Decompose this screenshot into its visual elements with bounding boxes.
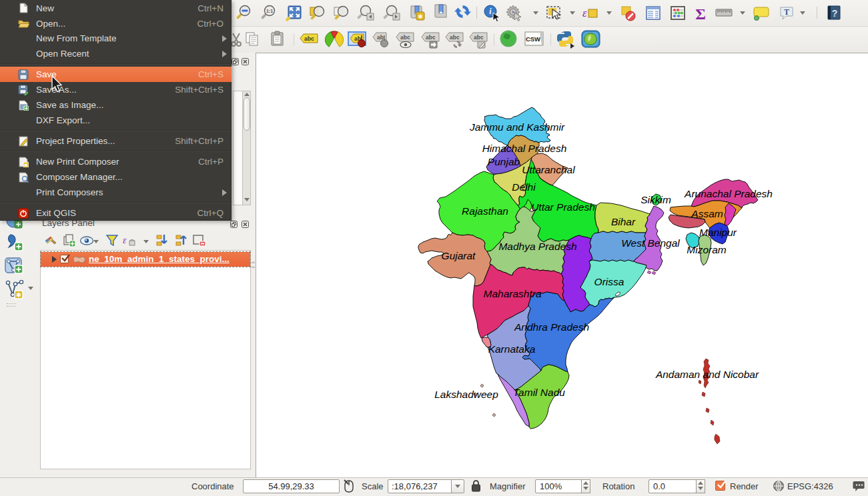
svg-text:Assam: Assam xyxy=(691,208,723,219)
svg-text:Himachal Pradesh: Himachal Pradesh xyxy=(482,143,567,154)
svg-text:ε: ε xyxy=(123,235,127,245)
svg-text:Delhi: Delhi xyxy=(512,181,536,193)
svg-text:Gujarat: Gujarat xyxy=(442,250,476,261)
svg-text:Andaman and Nicobar: Andaman and Nicobar xyxy=(655,369,759,380)
svg-text:Jammu and Kashmir: Jammu and Kashmir xyxy=(469,121,565,133)
svg-text:West Bengal: West Bengal xyxy=(621,237,680,249)
svg-text:Andhra Pradesh: Andhra Pradesh xyxy=(514,321,589,333)
svg-text:Rajasthan: Rajasthan xyxy=(462,205,508,217)
svg-text:ε: ε xyxy=(582,7,587,19)
svg-text:Uttar Pradesh: Uttar Pradesh xyxy=(531,201,595,213)
svg-text:T: T xyxy=(784,7,789,17)
svg-text:Madhya Pradesh: Madhya Pradesh xyxy=(498,241,576,252)
svg-text:Mizoram: Mizoram xyxy=(687,244,727,255)
svg-text:abc: abc xyxy=(304,35,314,42)
svg-text:Sikkim: Sikkim xyxy=(640,194,671,205)
svg-text:Arunachal Pradesh: Arunachal Pradesh xyxy=(684,188,773,199)
svg-text:✱: ✱ xyxy=(418,13,423,20)
svg-text:Orissa: Orissa xyxy=(594,276,624,287)
svg-text:abc: abc xyxy=(474,34,484,41)
svg-text:Lakshadweep: Lakshadweep xyxy=(434,389,498,400)
svg-text:abc: abc xyxy=(400,34,410,41)
svg-text:Karnataka: Karnataka xyxy=(488,343,536,355)
svg-text:abc: abc xyxy=(426,34,436,41)
svg-text:Bihar: Bihar xyxy=(611,216,636,227)
svg-text:Punjab: Punjab xyxy=(488,156,520,167)
svg-text:✱: ✱ xyxy=(16,291,21,299)
svg-text:Maharashtra: Maharashtra xyxy=(483,288,541,299)
svg-text:CSW: CSW xyxy=(526,35,540,43)
svg-text:1:1: 1:1 xyxy=(266,9,273,13)
svg-text:Σ: Σ xyxy=(695,5,706,23)
svg-text:ab: ab xyxy=(377,34,384,41)
svg-text:abc: abc xyxy=(450,34,460,41)
svg-text:Tamil Nadu: Tamil Nadu xyxy=(513,387,565,398)
svg-text:Manipur: Manipur xyxy=(699,227,737,238)
svg-text:✱: ✱ xyxy=(24,163,28,167)
svg-text:?: ? xyxy=(832,8,838,19)
svg-text:Uttaranchal: Uttaranchal xyxy=(522,164,575,175)
